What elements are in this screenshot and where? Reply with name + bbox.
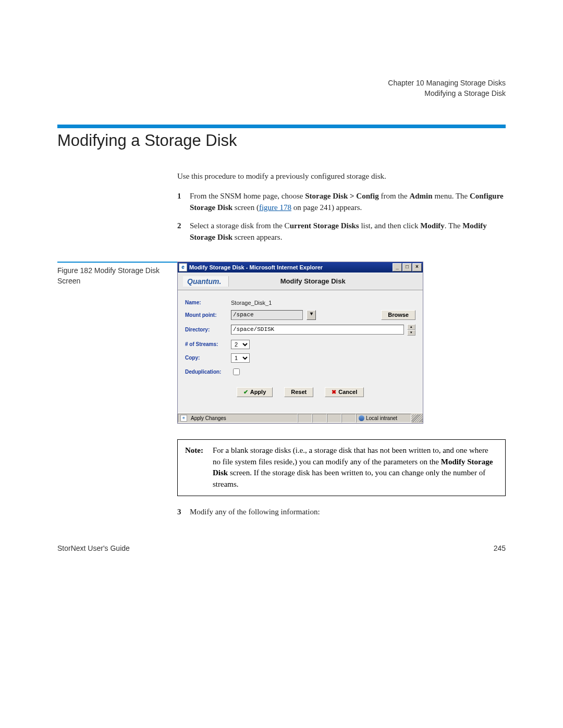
scroll-down-icon[interactable]: ▾: [407, 330, 415, 336]
label-copy: Copy:: [185, 355, 228, 361]
step-number: 2: [177, 220, 185, 243]
directory-scroll[interactable]: ▴ ▾: [407, 324, 415, 336]
note-box: Note: For a blank storage disks (i.e., a…: [177, 439, 506, 496]
mount-point-select[interactable]: /space: [231, 310, 303, 320]
maximize-button[interactable]: □: [402, 263, 412, 272]
step-number: 1: [177, 191, 185, 214]
close-button[interactable]: ×: [412, 263, 422, 272]
ie-icon: e: [179, 263, 187, 272]
step-2: 2 Select a storage disk from the Current…: [177, 220, 506, 243]
page-title: Modifying a Storage Disk: [57, 131, 506, 150]
chevron-down-icon[interactable]: ▾: [307, 310, 316, 320]
security-zone: Local intranet: [366, 415, 397, 421]
cancel-button[interactable]: ✖ Cancel: [325, 387, 364, 397]
resize-grip-icon[interactable]: [411, 414, 423, 422]
figure-link[interactable]: figure 178: [259, 203, 291, 212]
reset-button[interactable]: Reset: [284, 387, 313, 397]
note-label: Note:: [185, 445, 203, 490]
scroll-up-icon[interactable]: ▴: [407, 324, 415, 330]
intro-text: Use this procedure to modify a previousl…: [177, 171, 506, 182]
footer-left: StorNext User's Guide: [57, 544, 130, 552]
label-mount: Mount point:: [185, 312, 228, 318]
dedup-checkbox[interactable]: [233, 368, 240, 375]
chapter-line: Chapter 10 Managing Storage Disks: [57, 78, 506, 89]
minimize-button[interactable]: _: [393, 263, 402, 272]
label-name: Name:: [185, 300, 228, 305]
screenshot-window: e Modify Storage Disk - Microsoft Intern…: [177, 262, 423, 424]
globe-icon: [359, 415, 364, 421]
status-text: Apply Changes: [191, 415, 226, 421]
apply-button[interactable]: ✔ Apply: [237, 387, 273, 397]
section-divider-bar: [57, 125, 506, 128]
step-1: 1 From the SNSM home page, choose Storag…: [177, 191, 506, 214]
ie-icon: e: [180, 415, 187, 422]
x-icon: ✖: [332, 389, 336, 396]
window-title: Modify Storage Disk - Microsoft Internet…: [189, 264, 323, 270]
value-name: Storage_Disk_1: [231, 300, 272, 306]
step-2-text: Select a storage disk from the Current S…: [190, 220, 506, 243]
figure-caption: Figure 182 Modify Storage Disk Screen: [57, 262, 177, 286]
dialog-title: Modify Storage Disk: [229, 277, 418, 285]
check-icon: ✔: [243, 389, 248, 396]
copy-select[interactable]: 1: [231, 353, 250, 363]
step-3: 3 Modify any of the following informatio…: [177, 507, 506, 518]
note-text: For a blank storage disks (i.e., a stora…: [213, 445, 498, 490]
section-line: Modifying a Storage Disk: [57, 89, 506, 99]
status-bar: e Apply Changes Local intranet: [178, 413, 423, 423]
page-number: 245: [494, 544, 506, 552]
page-footer: StorNext User's Guide 245: [57, 544, 506, 552]
label-dedup: Deduplication:: [185, 369, 228, 375]
label-directory: Directory:: [185, 327, 228, 332]
window-titlebar: e Modify Storage Disk - Microsoft Intern…: [178, 262, 423, 273]
label-streams: # of Streams:: [185, 341, 228, 347]
step-number: 3: [177, 507, 185, 518]
streams-select[interactable]: 2: [231, 340, 250, 349]
browse-button[interactable]: Browse: [381, 310, 415, 320]
step-3-text: Modify any of the following information:: [190, 507, 506, 518]
step-1-text: From the SNSM home page, choose Storage …: [190, 191, 506, 214]
directory-input[interactable]: /space/SDISK: [231, 325, 404, 335]
brand-logo: Quantum.: [183, 276, 229, 287]
chapter-header: Chapter 10 Managing Storage Disks Modify…: [57, 78, 506, 98]
